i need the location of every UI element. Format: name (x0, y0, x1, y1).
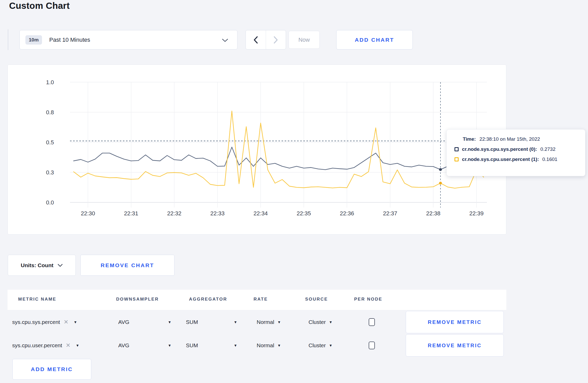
chevron-right-icon (274, 36, 278, 44)
svg-text:22:32: 22:32 (167, 210, 181, 217)
time-back-button[interactable] (246, 30, 266, 49)
tooltip-time-label: Time: (463, 136, 476, 142)
time-window-badge: 10m (25, 35, 42, 45)
metric-name-dropdown[interactable]: sys.cpu.user.percent ✕ ▼ (12, 334, 98, 357)
aggregator-dropdown[interactable]: SUM ▼ (186, 334, 237, 357)
aggregator-value: SUM (186, 319, 198, 325)
tooltip-time-value: 22:38:10 on Mar 15th, 2022 (479, 136, 540, 142)
source-dropdown[interactable]: Cluster ▼ (309, 334, 345, 357)
toolbar-divider (8, 29, 8, 50)
remove-metric-x-icon[interactable]: ✕ (64, 319, 68, 325)
page-title: Custom Chart (9, 1, 70, 11)
remove-chart-button[interactable]: REMOVE CHART (80, 255, 174, 276)
svg-text:0.5: 0.5 (46, 139, 54, 146)
units-label: Units: Count (21, 262, 53, 268)
rate-dropdown[interactable]: Normal ▼ (257, 334, 290, 357)
tooltip-series-row: cr.node.sys.cpu.user.percent (1): 0.1601 (454, 157, 585, 162)
per-node-checkbox[interactable] (369, 318, 375, 326)
series-user-swatch-icon (454, 157, 459, 161)
add-chart-button[interactable]: ADD CHART (336, 30, 413, 49)
column-header-source: SOURCE (305, 297, 328, 302)
time-window-selector[interactable]: 10m Past 10 Minutes (19, 30, 237, 49)
units-dropdown[interactable]: Units: Count (8, 255, 76, 276)
time-nav-group (246, 30, 286, 49)
svg-text:22:39: 22:39 (469, 210, 484, 217)
chart-panel: 0.00.30.50.81.022:3022:3122:3222:3322:34… (8, 65, 506, 235)
chevron-down-icon (58, 264, 63, 267)
downsampler-value: AVG (118, 342, 129, 349)
source-value: Cluster (309, 319, 326, 325)
downsampler-dropdown[interactable]: AVG ▼ (118, 334, 171, 357)
dropdown-caret-icon: ▼ (329, 343, 333, 347)
remove-metric-button[interactable]: REMOVE METRIC (406, 334, 504, 357)
now-button[interactable]: Now (289, 31, 320, 49)
svg-text:0.3: 0.3 (46, 169, 54, 176)
remove-metric-x-icon[interactable]: ✕ (66, 342, 71, 349)
tooltip-series-value: 0.1601 (542, 157, 557, 162)
chart-tooltip: Time:22:38:10 on Mar 15th, 2022 cr.node.… (446, 129, 585, 176)
tooltip-series-label: cr.node.sys.cpu.sys.percent (0): (462, 146, 537, 152)
rate-value: Normal (257, 342, 274, 349)
dropdown-caret-icon: ▼ (277, 320, 281, 324)
metric-name-value: sys.cpu.sys.percent (12, 319, 60, 325)
dropdown-caret-icon: ▼ (234, 343, 237, 347)
tooltip-series-label: cr.node.sys.cpu.user.percent (1): (462, 157, 539, 162)
metric-row: sys.cpu.sys.percent ✕ ▼ AVG ▼ SUM ▼ Norm… (8, 311, 506, 333)
aggregator-dropdown[interactable]: SUM ▼ (186, 311, 237, 333)
downsampler-dropdown[interactable]: AVG ▼ (118, 311, 171, 333)
tooltip-series-row: cr.node.sys.cpu.sys.percent (0): 0.2732 (454, 146, 585, 152)
svg-text:22:38: 22:38 (426, 210, 440, 217)
metrics-table-header: METRIC NAME DOWNSAMPLER AGGREGATOR RATE … (8, 290, 506, 310)
dropdown-caret-icon: ▼ (168, 343, 171, 347)
dropdown-caret-icon: ▼ (277, 343, 281, 347)
svg-text:0.0: 0.0 (46, 199, 54, 206)
metric-row: sys.cpu.user.percent ✕ ▼ AVG ▼ SUM ▼ Nor… (8, 334, 506, 357)
svg-text:22:37: 22:37 (383, 210, 397, 217)
svg-text:0.8: 0.8 (46, 109, 54, 116)
svg-text:22:35: 22:35 (297, 210, 311, 217)
aggregator-value: SUM (186, 342, 198, 349)
column-header-rate: RATE (254, 297, 268, 302)
downsampler-value: AVG (118, 319, 129, 325)
chevron-down-icon (222, 38, 228, 42)
add-metric-button[interactable]: ADD METRIC (12, 359, 91, 380)
svg-text:1.0: 1.0 (46, 79, 54, 86)
dropdown-caret-icon: ▼ (76, 343, 79, 347)
per-node-checkbox[interactable] (369, 342, 375, 349)
metric-name-value: sys.cpu.user.percent (12, 342, 62, 349)
dropdown-caret-icon: ▼ (74, 320, 77, 324)
dropdown-caret-icon: ▼ (329, 320, 333, 324)
dropdown-caret-icon: ▼ (168, 320, 171, 324)
custom-chart-page: Custom Chart 10m Past 10 Minutes Now ADD… (0, 0, 588, 383)
source-dropdown[interactable]: Cluster ▼ (309, 311, 345, 333)
tooltip-time-row: Time:22:38:10 on Mar 15th, 2022 (463, 136, 585, 142)
column-header-downsampler: DOWNSAMPLER (116, 297, 159, 302)
svg-text:22:30: 22:30 (81, 210, 95, 217)
metric-name-dropdown[interactable]: sys.cpu.sys.percent ✕ ▼ (12, 311, 98, 333)
svg-text:22:34: 22:34 (254, 210, 268, 217)
rate-value: Normal (257, 319, 274, 325)
line-chart[interactable]: 0.00.30.50.81.022:3022:3122:3222:3322:34… (8, 65, 506, 234)
remove-metric-button[interactable]: REMOVE METRIC (406, 311, 504, 333)
series-sys-swatch-icon (454, 147, 459, 151)
column-header-metric-name: METRIC NAME (18, 297, 56, 302)
svg-text:22:33: 22:33 (210, 210, 225, 217)
svg-text:22:36: 22:36 (340, 210, 354, 217)
column-header-aggregator: AGGREGATOR (189, 297, 227, 302)
time-forward-button[interactable] (266, 30, 286, 49)
column-header-per-node: PER NODE (354, 297, 382, 302)
time-window-label: Past 10 Minutes (49, 37, 90, 43)
tooltip-series-value: 0.2732 (540, 146, 555, 152)
dropdown-caret-icon: ▼ (234, 320, 237, 324)
rate-dropdown[interactable]: Normal ▼ (257, 311, 290, 333)
chevron-left-icon (253, 36, 258, 44)
svg-text:22:31: 22:31 (124, 210, 138, 217)
source-value: Cluster (309, 342, 326, 349)
